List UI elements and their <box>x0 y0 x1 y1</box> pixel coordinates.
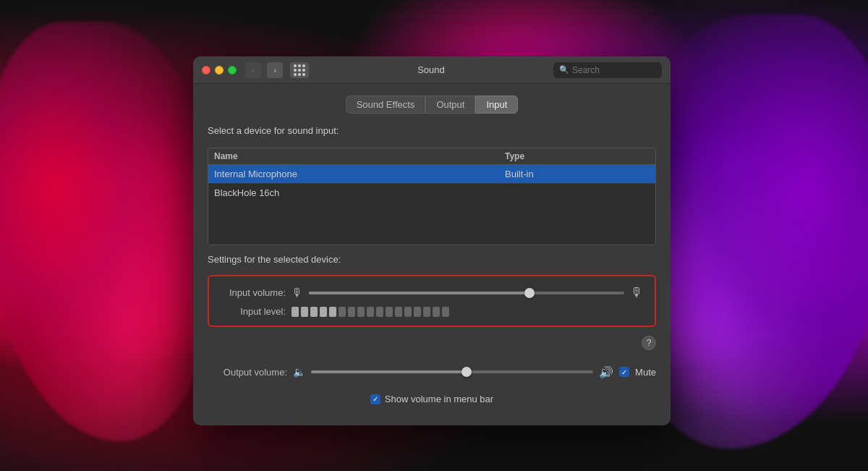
input-volume-row: Input volume: 🎙 🎙 <box>221 285 643 300</box>
maximize-button[interactable] <box>228 66 237 75</box>
tab-sound-effects[interactable]: Sound Effects <box>346 96 426 114</box>
window-title: Sound <box>315 64 548 75</box>
traffic-lights <box>202 66 237 75</box>
show-volume-label: Show volume in menu bar <box>385 394 493 404</box>
level-bar <box>433 307 440 317</box>
volume-icon-loud: 🔊 <box>599 365 613 379</box>
level-bar <box>357 307 365 317</box>
device-type: Built-in <box>505 169 650 179</box>
device-name: BlackHole 16ch <box>214 187 505 198</box>
mute-label: Mute <box>635 367 656 378</box>
level-bar <box>395 307 402 317</box>
level-bar <box>320 307 327 317</box>
input-level-meters <box>292 307 449 317</box>
grid-view-button[interactable] <box>290 62 309 78</box>
mic-icon-large: 🎙 <box>630 285 643 300</box>
device-type <box>505 187 650 198</box>
sound-preferences-window: ‹ › Sound 🔍 Sound Effects Output Input S… <box>193 56 671 425</box>
settings-heading: Settings for the selected device: <box>208 254 656 265</box>
table-body: Internal Microphone Built-in BlackHole 1… <box>208 165 655 245</box>
device-table: Name Type Internal Microphone Built-in B… <box>208 148 656 245</box>
level-bar <box>376 307 383 317</box>
minimize-button[interactable] <box>215 66 224 75</box>
back-button[interactable]: ‹ <box>245 62 261 78</box>
show-volume-row: ✓ Show volume in menu bar <box>208 394 656 404</box>
level-bar <box>301 307 308 317</box>
titlebar: ‹ › Sound 🔍 <box>193 56 671 84</box>
level-bar <box>348 307 355 317</box>
volume-icon-mute: 🔈 <box>293 366 305 378</box>
output-volume-label: Output volume: <box>208 367 287 378</box>
level-bar <box>292 307 299 317</box>
input-level-label: Input level: <box>221 306 286 317</box>
level-bar <box>414 307 421 317</box>
search-box[interactable]: 🔍 <box>553 62 662 78</box>
table-row[interactable]: BlackHole 16ch <box>208 184 655 202</box>
output-volume-row: Output volume: 🔈 🔊 ✓ Mute <box>208 359 656 382</box>
column-name: Name <box>214 151 505 161</box>
input-volume-slider[interactable] <box>309 286 624 300</box>
table-header: Name Type <box>208 148 655 165</box>
level-bar <box>442 307 449 317</box>
help-button[interactable]: ? <box>642 336 656 350</box>
mute-checkbox[interactable]: ✓ <box>619 367 629 377</box>
level-bar <box>339 307 346 317</box>
column-type: Type <box>505 151 650 161</box>
tab-bar: Sound Effects Output Input <box>208 96 656 114</box>
forward-button[interactable]: › <box>267 62 283 78</box>
search-input[interactable] <box>572 65 656 75</box>
tab-input[interactable]: Input <box>475 96 518 114</box>
level-bar <box>329 307 336 317</box>
level-bar <box>367 307 374 317</box>
search-icon: 🔍 <box>559 65 569 75</box>
device-name: Internal Microphone <box>214 169 505 179</box>
level-bar <box>386 307 393 317</box>
level-bar <box>404 307 412 317</box>
section-heading: Select a device for sound input: <box>208 125 656 136</box>
show-volume-checkbox[interactable]: ✓ <box>370 394 380 404</box>
output-volume-slider[interactable] <box>311 365 593 379</box>
level-bar <box>423 307 430 317</box>
close-button[interactable] <box>202 66 210 75</box>
tab-output[interactable]: Output <box>425 96 475 114</box>
mic-icon-small: 🎙 <box>292 287 303 300</box>
settings-box: Input volume: 🎙 🎙 Input level: <box>208 275 656 327</box>
input-level-row: Input level: <box>221 306 643 317</box>
level-bar <box>310 307 318 317</box>
table-row[interactable]: Internal Microphone Built-in <box>208 165 655 184</box>
content-area: Sound Effects Output Input Select a devi… <box>193 84 671 425</box>
input-volume-label: Input volume: <box>221 287 286 298</box>
